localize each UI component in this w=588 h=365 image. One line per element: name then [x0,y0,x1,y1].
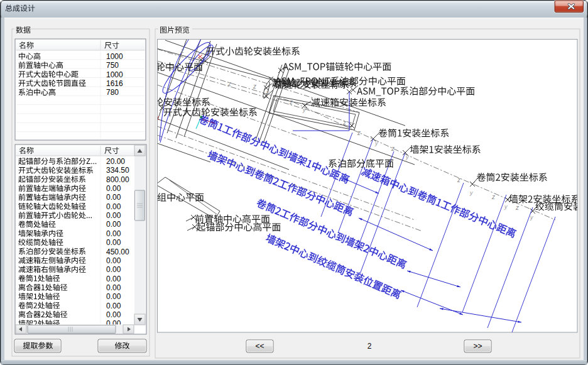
svg-text:0.00: 0.00 [106,283,121,292]
svg-text:z: z [391,145,395,152]
svg-text:1000: 1000 [106,70,123,79]
svg-text:0.00: 0.00 [106,292,121,301]
svg-text:1000: 1000 [106,52,123,61]
svg-text:z: z [515,204,519,211]
svg-text:z: z [457,177,460,183]
svg-text:780: 780 [106,88,119,97]
svg-text:1616: 1616 [106,79,123,88]
svg-text:0.00: 0.00 [106,256,121,265]
svg-text:y: y [504,204,508,210]
svg-text:750: 750 [106,61,119,70]
svg-text:y: y [302,107,306,113]
svg-text:0.00: 0.00 [106,310,121,319]
svg-text:y: y [374,140,378,146]
svg-text:z: z [253,83,256,90]
svg-text:<<: << [255,342,264,351]
svg-text:y: y [405,154,409,160]
svg-text:0.00: 0.00 [106,238,121,247]
svg-text:20.00: 20.00 [106,157,125,166]
svg-text:z: z [357,129,361,136]
svg-text:y: y [469,190,473,196]
svg-text:y: y [266,89,270,95]
svg-text:z: z [342,119,346,126]
svg-text:2: 2 [368,342,372,351]
svg-text:z: z [491,193,495,200]
svg-text:0.00: 0.00 [106,275,121,283]
svg-text:y: y [530,214,533,221]
svg-text:450.00: 450.00 [106,248,129,256]
svg-text:0.00: 0.00 [106,193,121,202]
svg-text:0.00: 0.00 [106,302,121,310]
svg-text:0.00: 0.00 [106,211,121,220]
svg-text:z: z [227,80,231,87]
svg-text:334.50: 334.50 [106,166,129,175]
svg-text:>>: >> [473,342,482,351]
svg-text:z: z [180,47,184,54]
svg-text:0.00: 0.00 [106,229,121,238]
svg-text:0.00: 0.00 [106,184,121,193]
svg-text:0.00: 0.00 [106,220,121,229]
svg-text:0.00: 0.00 [106,265,121,274]
svg-text:z: z [289,99,293,106]
svg-text:0.00: 0.00 [106,202,121,211]
svg-text:800.00: 800.00 [106,175,129,184]
